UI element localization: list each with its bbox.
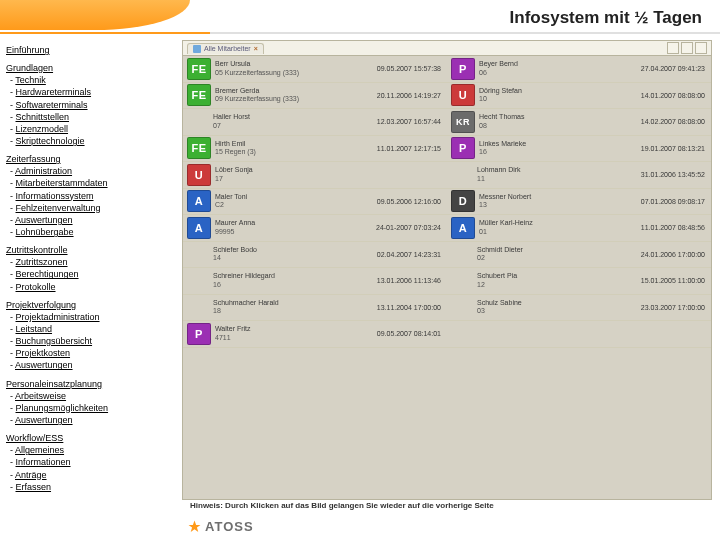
timestamp: 11.01.2007 12:17:15 (377, 145, 447, 152)
grid-cell-left[interactable]: Schreiner Hildegard1613.01.2006 11:13:46 (183, 268, 447, 294)
grid-cell-right[interactable]: Lohmann Dirk1131.01.2006 13:45:52 (447, 162, 711, 188)
timestamp: 20.11.2006 14:19:27 (377, 92, 447, 99)
grid-row: FEBerr Ursula05 Kurzzeiterfassung (333)0… (183, 56, 711, 83)
nav-item-6-2[interactable]: Anträge (15, 470, 47, 480)
nav-item-5-0[interactable]: Arbeitsweise (15, 391, 66, 401)
timestamp: 09.05.2007 15:57:38 (377, 65, 447, 72)
tab-label: Alle Mitarbeiter (204, 45, 251, 52)
employee-name: Linkes Marieke (479, 140, 641, 148)
infosystem-window[interactable]: Alle Mitarbeiter × FEBerr Ursula05 Kurzz… (182, 40, 712, 500)
nav-item-4-2[interactable]: Buchungsübersicht (16, 336, 93, 346)
timestamp: 13.01.2006 11:13:46 (377, 277, 447, 284)
grid-row: ULöber Sonja17Lohmann Dirk1131.01.2006 1… (183, 162, 711, 189)
nav-item-1-4[interactable]: Lizenzmodell (16, 124, 69, 134)
employee-name: Schiefer Bodo (213, 246, 377, 254)
grid-cell-right[interactable]: Schubert Pia1215.01.2005 11:00:00 (447, 268, 711, 294)
grid-cell-left[interactable]: Schiefer Bodo1402.04.2007 14:23:31 (183, 242, 447, 268)
grid-cell-left[interactable]: Schuhmacher Harald1813.11.2004 17:00:00 (183, 295, 447, 321)
grid-cell-right[interactable]: PLinkes Marieke1619.01.2007 08:13:21 (447, 136, 711, 162)
nav-item-2-1[interactable]: Mitarbeiterstammdaten (16, 178, 108, 188)
grid-cell-right[interactable]: PBeyer Bernd0627.04.2007 09:41:23 (447, 56, 711, 82)
nav-item-4-0[interactable]: Projektadministration (16, 312, 100, 322)
logo-text: ATOSS (205, 519, 254, 534)
status-badge: KR (451, 111, 475, 133)
timestamp: 09.05.2007 08:14:01 (377, 330, 447, 337)
nav-item-3-0[interactable]: Zutrittszonen (16, 257, 68, 267)
nav-item-6-1[interactable]: Informationen (16, 457, 71, 467)
nav-item-3-2[interactable]: Protokolle (16, 282, 56, 292)
grid-row: Haller Horst0712.03.2007 16:57:44KRHecht… (183, 109, 711, 136)
nav-section-0[interactable]: Einführung (6, 45, 50, 55)
grid-cell-right[interactable]: Schulz Sabine0323.03.2007 17:00:00 (447, 295, 711, 321)
status-badge: P (451, 58, 475, 80)
employee-name: Maurer Anna (215, 219, 376, 227)
nav-section-4[interactable]: Projektverfolgung (6, 300, 76, 310)
nav-item-5-1[interactable]: Planungsmöglichkeiten (16, 403, 109, 413)
employee-name: Bremer Gerda (215, 87, 377, 95)
nav-item-6-0[interactable]: Allgemeines (15, 445, 64, 455)
employee-sub: 13 (479, 201, 641, 209)
nav-item-1-3[interactable]: Schnittstellen (16, 112, 70, 122)
nav-item-4-4[interactable]: Auswertungen (15, 360, 73, 370)
grid-cell-right[interactable]: KRHecht Thomas0814.02.2007 08:08:00 (447, 109, 711, 135)
nav-item-1-2[interactable]: Softwareterminals (16, 100, 88, 110)
employee-sub: 18 (213, 307, 377, 315)
employee-name: Schuhmacher Harald (213, 299, 377, 307)
grid-cell-right[interactable] (447, 321, 711, 347)
grid-cell-left[interactable]: FEHirth Emil15 Regen (3)11.01.2007 12:17… (183, 136, 447, 162)
window-minimize-icon[interactable] (667, 42, 679, 54)
nav-item-1-0[interactable]: Technik (15, 75, 46, 85)
hint-text: Hinweis: Durch Klicken auf das Bild gela… (190, 501, 494, 510)
employee-sub: 12 (477, 281, 641, 289)
grid-row: Schreiner Hildegard1613.01.2006 11:13:46… (183, 268, 711, 295)
nav-item-2-4[interactable]: Auswertungen (15, 215, 73, 225)
nav-item-2-5[interactable]: Lohnübergabe (16, 227, 74, 237)
grid-cell-left[interactable]: Haller Horst0712.03.2007 16:57:44 (183, 109, 447, 135)
window-close-icon[interactable] (695, 42, 707, 54)
window-options-icon[interactable] (681, 42, 693, 54)
nav-item-4-1[interactable]: Leitstand (16, 324, 53, 334)
status-badge: FE (187, 84, 211, 106)
employee-sub: 99995 (215, 228, 376, 236)
nav-item-4-3[interactable]: Projektkosten (16, 348, 71, 358)
grid-cell-left[interactable]: FEBremer Gerda09 Kurzzeiterfassung (333)… (183, 83, 447, 109)
nav-section-2[interactable]: Zeiterfassung (6, 154, 61, 164)
status-badge (451, 244, 473, 264)
nav-item-1-5[interactable]: Skripttechnologie (16, 136, 85, 146)
grid-cell-right[interactable]: AMüller Karl-Heinz0111.01.2007 08:48:56 (447, 215, 711, 241)
nav-item-6-3[interactable]: Erfassen (16, 482, 52, 492)
grid-cell-left[interactable]: FEBerr Ursula05 Kurzzeiterfassung (333)0… (183, 56, 447, 82)
grid-row: AMaler ToniC209.05.2006 12:16:00DMessner… (183, 189, 711, 216)
employee-sub: 07 (213, 122, 377, 130)
tab-alle-mitarbeiter[interactable]: Alle Mitarbeiter × (187, 43, 264, 54)
grid-cell-left[interactable]: AMaler ToniC209.05.2006 12:16:00 (183, 189, 447, 215)
timestamp: 11.01.2007 08:48:56 (641, 224, 711, 231)
status-badge: U (451, 84, 475, 106)
nav-section-3[interactable]: Zutrittskontrolle (6, 245, 68, 255)
grid-cell-left[interactable]: AMaurer Anna9999524-01-2007 07:03:24 (183, 215, 447, 241)
status-badge (187, 112, 209, 132)
tab-close-icon[interactable]: × (254, 45, 258, 52)
grid-cell-left[interactable]: ULöber Sonja17 (183, 162, 447, 188)
grid-cell-right[interactable]: UDöring Stefan1014.01.2007 08:08:00 (447, 83, 711, 109)
grid-cell-right[interactable]: DMessner Norbert1307.01.2008 09:08:17 (447, 189, 711, 215)
status-badge: A (451, 217, 475, 239)
employee-sub: 4711 (215, 334, 377, 342)
nav-section-5[interactable]: Personaleinsatzplanung (6, 379, 102, 389)
employee-name: Schreiner Hildegard (213, 272, 377, 280)
grid-cell-left[interactable]: PWalter Fritz471109.05.2007 08:14:01 (183, 321, 447, 347)
nav-item-1-1[interactable]: Hardwareterminals (16, 87, 92, 97)
nav-item-2-3[interactable]: Fehlzeitenverwaltung (16, 203, 101, 213)
status-badge: U (187, 164, 211, 186)
timestamp: 27.04.2007 09:41:23 (641, 65, 711, 72)
nav-section-6[interactable]: Workflow/ESS (6, 433, 63, 443)
nav-section-1[interactable]: Grundlagen (6, 63, 53, 73)
nav-item-5-2[interactable]: Auswertungen (15, 415, 73, 425)
employee-sub: C2 (215, 201, 377, 209)
header-divider (0, 32, 720, 34)
status-badge (187, 271, 209, 291)
nav-item-3-1[interactable]: Berechtigungen (16, 269, 79, 279)
nav-item-2-2[interactable]: Informationssystem (16, 191, 94, 201)
grid-cell-right[interactable]: Schmidt Dieter0224.01.2006 17:00:00 (447, 242, 711, 268)
nav-item-2-0[interactable]: Administration (15, 166, 72, 176)
